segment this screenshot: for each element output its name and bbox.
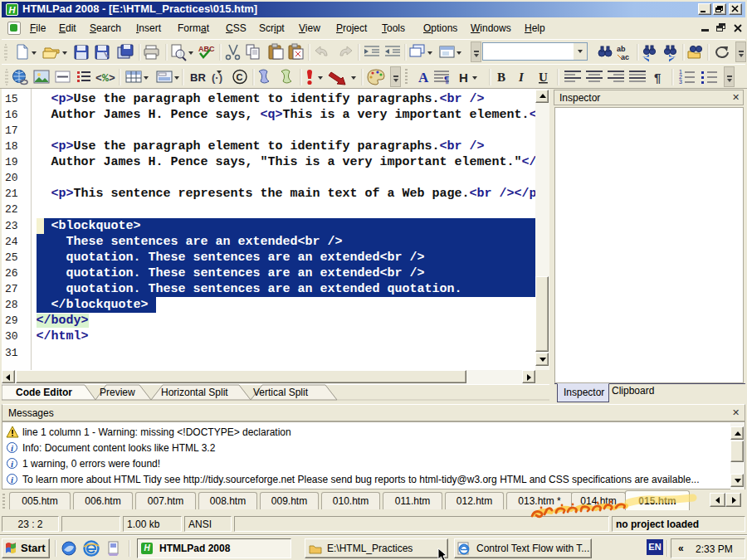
svg-text:¶: ¶ (444, 75, 449, 85)
svg-text:U: U (539, 71, 548, 84)
svg-text:I: I (518, 71, 525, 84)
svg-text:H: H (459, 71, 468, 85)
svg-text:3: 3 (679, 79, 682, 85)
svg-text:¶: ¶ (654, 71, 661, 85)
svg-text:B: B (497, 71, 505, 84)
svg-text:ac: ac (621, 53, 629, 61)
svg-text:ab: ab (617, 45, 626, 53)
svg-text:A: A (418, 70, 429, 85)
